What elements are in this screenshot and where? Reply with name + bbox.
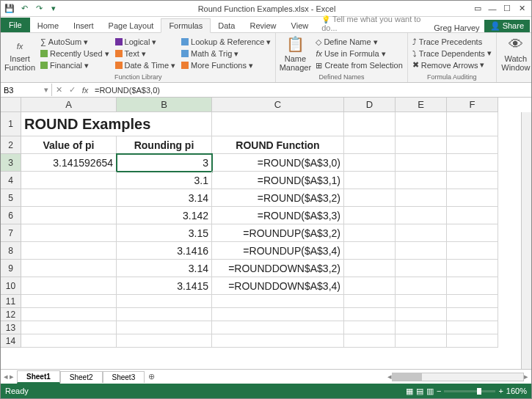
cell-C6[interactable]: =ROUND($A$3,3)	[212, 207, 344, 224]
save-icon[interactable]: 💾	[4, 3, 15, 15]
tab-data[interactable]: Data	[211, 19, 242, 32]
cell-E14[interactable]	[396, 334, 447, 348]
maximize-icon[interactable]: ☐	[500, 3, 514, 15]
trace-precedents-button[interactable]: ⤴ Trace Precedents	[411, 37, 493, 47]
cell-F10[interactable]	[447, 277, 498, 295]
create-from-selection-button[interactable]: ⊞ Create from Selection	[314, 60, 404, 71]
cell-D12[interactable]	[344, 308, 396, 321]
sheet-tab-1[interactable]: Sheet1	[17, 370, 60, 384]
row-header-11[interactable]: 11	[1, 295, 21, 308]
cell-B7[interactable]: 3.15	[117, 224, 212, 242]
cell-A12[interactable]	[21, 308, 117, 321]
math-trig-button[interactable]: Math & Trig ▾	[180, 48, 272, 59]
row-header-4[interactable]: 4	[1, 172, 21, 189]
cell-A4[interactable]	[21, 172, 117, 189]
tab-page-layout[interactable]: Page Layout	[101, 19, 161, 32]
select-all-corner[interactable]	[1, 98, 21, 112]
tab-view[interactable]: View	[284, 19, 316, 32]
cell-C9[interactable]: =ROUNDDOWN$A$3,2)	[212, 260, 344, 277]
cell-C5[interactable]: =ROUND($A$3,2)	[212, 189, 344, 207]
financial-button[interactable]: Financial ▾	[39, 60, 111, 71]
cell-E3[interactable]	[396, 154, 447, 172]
user-name[interactable]: Greg Harvey	[429, 23, 484, 32]
cell-C8[interactable]: =ROUNDUP($A$3,4)	[212, 242, 344, 260]
cell-C1[interactable]	[212, 112, 344, 136]
name-box[interactable]: B3▾	[1, 84, 52, 96]
row-header-7[interactable]: 7	[1, 224, 21, 242]
tab-insert[interactable]: Insert	[66, 19, 101, 32]
row-header-9[interactable]: 9	[1, 260, 21, 277]
horizontal-scrollbar[interactable]: ◂ ▸	[158, 372, 531, 381]
row-header-1[interactable]: 1	[1, 112, 21, 136]
cell-A9[interactable]	[21, 260, 117, 277]
column-header-B[interactable]: B	[117, 98, 212, 112]
cell-B5[interactable]: 3.14	[117, 189, 212, 207]
cell-F6[interactable]	[447, 207, 498, 224]
watch-window-button[interactable]: 👁Watch Window	[500, 34, 532, 73]
cell-C12[interactable]	[212, 308, 344, 321]
column-header-F[interactable]: F	[447, 98, 498, 112]
autosum-button[interactable]: ∑ AutoSum ▾	[39, 37, 111, 48]
cell-D4[interactable]	[344, 172, 396, 189]
cell-F11[interactable]	[447, 295, 498, 308]
cell-F7[interactable]	[447, 224, 498, 242]
cell-A3[interactable]: 3.141592654	[21, 154, 117, 172]
cell-D1[interactable]	[344, 112, 396, 136]
cell-C3[interactable]: =ROUND($A$3,0)	[212, 154, 344, 172]
date-time-button[interactable]: Date & Time ▾	[114, 60, 178, 71]
remove-arrows-button[interactable]: ✖ Remove Arrows ▾	[411, 59, 493, 70]
enter-formula-icon[interactable]: ✓	[65, 85, 79, 95]
zoom-in-button[interactable]: +	[498, 387, 503, 395]
cell-B8[interactable]: 3.1416	[117, 242, 212, 260]
cell-E12[interactable]	[396, 308, 447, 321]
define-name-button[interactable]: ◇ Define Name ▾	[314, 37, 404, 48]
cell-D10[interactable]	[344, 277, 396, 295]
row-header-6[interactable]: 6	[1, 207, 21, 224]
logical-button[interactable]: Logical ▾	[114, 37, 178, 48]
zoom-slider[interactable]	[444, 390, 495, 392]
row-header-8[interactable]: 8	[1, 242, 21, 260]
view-break-icon[interactable]: ▥	[426, 387, 434, 396]
cell-D7[interactable]	[344, 224, 396, 242]
cell-C13[interactable]	[212, 321, 344, 334]
cell-F2[interactable]	[447, 136, 498, 154]
cell-C7[interactable]: =ROUNDUP($A$3,2)	[212, 224, 344, 242]
cell-B10[interactable]: 3.1415	[117, 277, 212, 295]
fx-icon[interactable]: fx	[79, 86, 92, 95]
trace-dependents-button[interactable]: ⤵ Trace Dependents ▾	[411, 48, 493, 59]
cell-E8[interactable]	[396, 242, 447, 260]
name-manager-button[interactable]: 📋Name Manager	[279, 34, 311, 73]
cell-C4[interactable]: =ROUND($A$3,1)	[212, 172, 344, 189]
cell-A5[interactable]	[21, 189, 117, 207]
cell-B2[interactable]: Rounding pi	[117, 136, 212, 154]
redo-icon[interactable]: ↷	[33, 3, 45, 15]
zoom-out-button[interactable]: −	[437, 387, 441, 395]
use-in-formula-button[interactable]: fx Use in Formula ▾	[314, 48, 404, 59]
cell-F5[interactable]	[447, 189, 498, 207]
add-sheet-button[interactable]: ⊕	[145, 372, 158, 381]
view-normal-icon[interactable]: ▦	[406, 387, 413, 396]
cell-D2[interactable]	[344, 136, 396, 154]
cell-B14[interactable]	[117, 334, 212, 348]
cell-D13[interactable]	[344, 321, 396, 334]
formula-bar[interactable]: =ROUND($A$3,0)	[92, 84, 531, 96]
cell-B12[interactable]	[117, 308, 212, 321]
row-header-12[interactable]: 12	[1, 308, 21, 321]
row-header-3[interactable]: 3	[1, 154, 21, 172]
cell-E7[interactable]	[396, 224, 447, 242]
cell-F14[interactable]	[447, 334, 498, 348]
cell-F8[interactable]	[447, 242, 498, 260]
more-functions-button[interactable]: More Functions ▾	[180, 60, 272, 71]
cell-D11[interactable]	[344, 295, 396, 308]
recently-used-button[interactable]: Recently Used ▾	[39, 48, 111, 59]
row-header-10[interactable]: 10	[1, 277, 21, 295]
cell-C10[interactable]: =ROUNDDOWN$A$3,4)	[212, 277, 344, 295]
column-header-D[interactable]: D	[344, 98, 396, 112]
column-header-E[interactable]: E	[396, 98, 447, 112]
cell-D8[interactable]	[344, 242, 396, 260]
cell-A10[interactable]	[21, 277, 117, 295]
sheet-tab-3[interactable]: Sheet3	[103, 371, 145, 383]
sheet-nav[interactable]: ◂▸	[1, 372, 17, 381]
tab-review[interactable]: Review	[242, 19, 283, 32]
cell-E5[interactable]	[396, 189, 447, 207]
